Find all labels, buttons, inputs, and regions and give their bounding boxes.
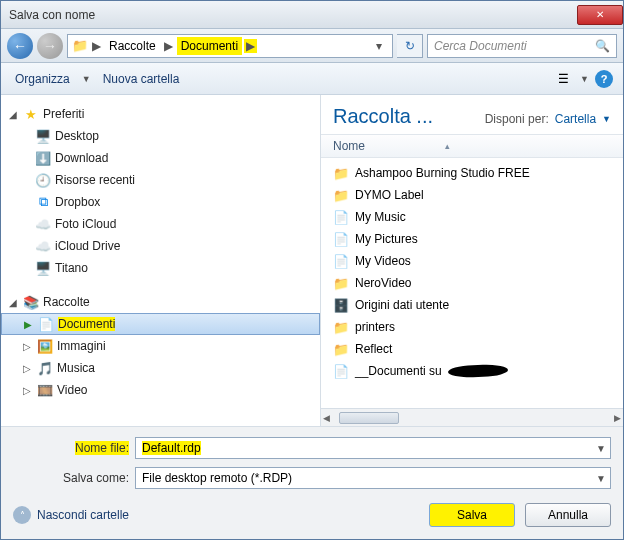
filename-row: Nome file: Default.rdp ▼ [13, 437, 611, 459]
save-button[interactable]: Salva [429, 503, 515, 527]
tree-item[interactable]: 🕘Risorse recenti [1, 169, 320, 191]
list-item[interactable]: 📄__Documenti su [329, 360, 615, 382]
forward-button[interactable]: → [37, 33, 63, 59]
file-list[interactable]: 📁Ashampoo Burning Studio FREE 📁DYMO Labe… [321, 158, 623, 408]
column-header[interactable]: Nome ▴ [321, 134, 623, 158]
search-placeholder: Cerca Documenti [434, 39, 527, 53]
list-item[interactable]: 📁Reflect [329, 338, 615, 360]
list-item[interactable]: 📁printers [329, 316, 615, 338]
organize-menu[interactable]: Organizza [11, 70, 74, 88]
expand-icon[interactable]: ▷ [21, 341, 33, 352]
window-buttons: ✕ [575, 5, 623, 25]
arrange-by-label: Disponi per: [485, 112, 549, 126]
refresh-button[interactable]: ↻ [397, 34, 423, 58]
dropdown-icon[interactable]: ▾ [370, 39, 388, 53]
search-icon: 🔍 [595, 39, 610, 53]
list-item[interactable]: 🗄️Origini dati utente [329, 294, 615, 316]
content-header: Raccolta ... Disponi per: Cartella ▼ [321, 95, 623, 134]
scrollbar-thumb[interactable] [339, 412, 399, 424]
address-bar: ← → 📁 ▶ Raccolte ▶ Documenti ▶ ▾ ↻ Cerca… [1, 29, 623, 63]
dropdown-icon: ▼ [82, 74, 91, 84]
hide-folders-button[interactable]: ˄ Nascondi cartelle [13, 506, 129, 524]
tree-label: Preferiti [43, 107, 84, 121]
download-icon: ⬇️ [35, 150, 51, 166]
chevron-right-icon: ▶ [162, 39, 175, 53]
nav-tree[interactable]: ◢ ★ Preferiti 🖥️Desktop ⬇️Download 🕘Riso… [1, 95, 321, 426]
list-item[interactable]: 📄My Videos [329, 250, 615, 272]
chevron-right-icon: ▶ [90, 39, 103, 53]
new-folder-button[interactable]: Nuova cartella [99, 70, 184, 88]
tree-item[interactable]: 🖥️Desktop [1, 125, 320, 147]
desktop-icon: 🖥️ [35, 128, 51, 144]
expand-icon[interactable]: ▷ [21, 363, 33, 374]
window-title: Salva con nome [9, 8, 575, 22]
titlebar: Salva con nome ✕ [1, 1, 623, 29]
recent-icon: 🕘 [35, 172, 51, 188]
back-button[interactable]: ← [7, 33, 33, 59]
list-item[interactable]: 📁NeroVideo [329, 272, 615, 294]
folder-icon: 📁 [333, 341, 349, 357]
list-item[interactable]: 📁DYMO Label [329, 184, 615, 206]
library-link-icon: 📄 [333, 209, 349, 225]
tree-item[interactable]: ⧉Dropbox [1, 191, 320, 213]
filename-label: Nome file: [13, 441, 129, 455]
redacted-scribble [448, 364, 508, 378]
dropdown-icon[interactable]: ▼ [596, 443, 606, 454]
folder-icon: 📁 [333, 187, 349, 203]
dropdown-icon: ▼ [580, 74, 589, 84]
close-button[interactable]: ✕ [577, 5, 623, 25]
fields-panel: Nome file: Default.rdp ▼ Salva come: Fil… [1, 426, 623, 495]
content-pane: Raccolta ... Disponi per: Cartella ▼ Nom… [321, 95, 623, 426]
saveas-select[interactable]: File desktop remoto (*.RDP) ▼ [135, 467, 611, 489]
documents-library-icon: 📄 [38, 316, 54, 332]
chevron-right-icon: ▶ [244, 39, 257, 53]
library-link-icon: 📄 [333, 231, 349, 247]
list-item[interactable]: 📄My Pictures [329, 228, 615, 250]
saveas-row: Salva come: File desktop remoto (*.RDP) … [13, 467, 611, 489]
tree-item[interactable]: ▷🎞️Video [1, 379, 320, 401]
tree-label: Raccolte [43, 295, 90, 309]
save-dialog: Salva con nome ✕ ← → 📁 ▶ Raccolte ▶ Docu… [0, 0, 624, 540]
breadcrumb[interactable]: 📁 ▶ Raccolte ▶ Documenti ▶ ▾ [67, 34, 393, 58]
column-name[interactable]: Nome [333, 139, 365, 153]
saveas-label: Salva come: [13, 471, 129, 485]
tree-item-documents[interactable]: ▶ 📄 Documenti [1, 313, 320, 335]
dropbox-icon: ⧉ [35, 194, 51, 210]
filename-input[interactable]: Default.rdp ▼ [135, 437, 611, 459]
horizontal-scrollbar[interactable] [321, 408, 623, 426]
dialog-body: ◢ ★ Preferiti 🖥️Desktop ⬇️Download 🕘Riso… [1, 95, 623, 426]
icloud-drive-icon: ☁️ [35, 238, 51, 254]
tree-item[interactable]: ⬇️Download [1, 147, 320, 169]
dropdown-icon[interactable]: ▼ [596, 473, 606, 484]
collapse-icon[interactable]: ◢ [7, 297, 19, 308]
folder-icon: 📁 [333, 275, 349, 291]
tree-group-libraries[interactable]: ◢ 📚 Raccolte [1, 291, 320, 313]
toolbar: Organizza ▼ Nuova cartella ☰ ▼ ? [1, 63, 623, 95]
folder-icon: 📁 [333, 319, 349, 335]
collapse-icon[interactable]: ◢ [7, 109, 19, 120]
expand-icon[interactable]: ▶ [22, 319, 34, 330]
breadcrumb-item[interactable]: Documenti [177, 37, 242, 55]
dsn-icon: 🗄️ [333, 297, 349, 313]
list-item[interactable]: 📁Ashampoo Burning Studio FREE [329, 162, 615, 184]
folder-icon: 📁 [72, 38, 88, 54]
folder-icon: 📁 [333, 165, 349, 181]
tree-item[interactable]: 🖥️Titano [1, 257, 320, 279]
videos-library-icon: 🎞️ [37, 382, 53, 398]
library-heading: Raccolta ... [333, 105, 433, 128]
arrange-by-value[interactable]: Cartella [555, 112, 596, 126]
computer-icon: 🖥️ [35, 260, 51, 276]
breadcrumb-item[interactable]: Raccolte [105, 37, 160, 55]
search-input[interactable]: Cerca Documenti 🔍 [427, 34, 617, 58]
help-button[interactable]: ? [595, 70, 613, 88]
tree-item[interactable]: ☁️iCloud Drive [1, 235, 320, 257]
list-item[interactable]: 📄My Music [329, 206, 615, 228]
tree-group-favorites[interactable]: ◢ ★ Preferiti [1, 103, 320, 125]
tree-item[interactable]: ▷🎵Musica [1, 357, 320, 379]
tree-item[interactable]: ☁️Foto iCloud [1, 213, 320, 235]
tree-item[interactable]: ▷🖼️Immagini [1, 335, 320, 357]
view-options-button[interactable]: ☰ [552, 68, 574, 90]
expand-icon[interactable]: ▷ [21, 385, 33, 396]
dropdown-icon[interactable]: ▼ [602, 114, 611, 124]
cancel-button[interactable]: Annulla [525, 503, 611, 527]
